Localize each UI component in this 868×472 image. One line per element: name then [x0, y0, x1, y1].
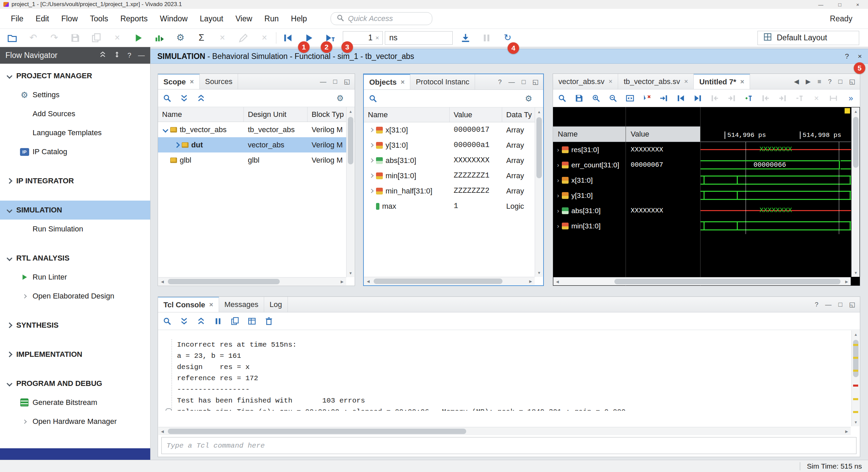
- minimize-icon[interactable]: —: [320, 78, 327, 85]
- scope-tab-scope[interactable]: Scope×: [158, 74, 200, 89]
- objects-tab-objects[interactable]: Objects×: [364, 74, 410, 89]
- wave-signal-x-31-0[interactable]: ›x[31:0]: [553, 172, 626, 188]
- edit-button[interactable]: [237, 31, 250, 45]
- column-header-design-unit[interactable]: Design Unit: [244, 107, 308, 122]
- help-icon[interactable]: ?: [845, 52, 849, 60]
- scope-row-glbl[interactable]: glblglblVerilog M: [158, 152, 347, 168]
- object-row-x-31-0[interactable]: x[31:0]00000017Array: [364, 122, 535, 138]
- flow-section-program-and-debug[interactable]: PROGRAM AND DEBUG: [0, 374, 150, 393]
- horizontal-scrollbar[interactable]: ◀ ▶: [158, 427, 851, 435]
- column-header-name[interactable]: Name: [158, 107, 244, 122]
- collapse-all-button[interactable]: [195, 93, 207, 104]
- float-icon[interactable]: ◱: [532, 78, 538, 86]
- scroll-down-icon[interactable]: ▼: [852, 269, 860, 277]
- delete-button[interactable]: ×: [111, 31, 124, 45]
- menu-icon[interactable]: ≡: [817, 78, 821, 85]
- scroll-down-icon[interactable]: ▼: [852, 418, 860, 426]
- flow-section-implementation[interactable]: IMPLEMENTATION: [0, 345, 150, 364]
- search-button[interactable]: [556, 93, 568, 104]
- menu-file[interactable]: File: [5, 14, 29, 23]
- scroll-left-icon[interactable]: ◀: [364, 277, 372, 285]
- search-button[interactable]: [367, 93, 379, 104]
- wave-value-header[interactable]: Value: [626, 126, 700, 142]
- close-icon[interactable]: ×: [740, 78, 744, 86]
- flow-section-simulation[interactable]: SIMULATION: [0, 201, 150, 220]
- copy-button[interactable]: [229, 315, 241, 327]
- help-icon[interactable]: ?: [815, 301, 818, 308]
- collapse-all-button[interactable]: [195, 315, 207, 327]
- copy-button[interactable]: [90, 31, 103, 45]
- delete-button[interactable]: ×: [811, 93, 822, 104]
- chevron-right-icon[interactable]: [369, 189, 374, 193]
- step-button[interactable]: [459, 31, 472, 45]
- zoom-out-button[interactable]: [607, 93, 619, 104]
- flow-item-ip-catalog[interactable]: IPIP Catalog: [0, 142, 150, 161]
- close-icon[interactable]: ×: [684, 78, 688, 85]
- cancel-button[interactable]: ×: [216, 31, 229, 45]
- menu-edit[interactable]: Edit: [29, 14, 55, 23]
- scroll-up-icon[interactable]: ▲: [852, 330, 860, 338]
- minimize-icon[interactable]: —: [825, 301, 832, 308]
- expand-all-button[interactable]: [178, 93, 190, 104]
- tcl-command-input-box[interactable]: [161, 437, 856, 454]
- chevron-right-icon[interactable]: [369, 128, 374, 132]
- horizontal-scrollbar[interactable]: ◀ ▶: [553, 277, 851, 285]
- vertical-scrollbar[interactable]: ▲ ▼: [535, 108, 543, 277]
- swap-next-button[interactable]: [726, 93, 737, 104]
- window-close-button[interactable]: ×: [856, 2, 859, 7]
- redo-button[interactable]: ↷: [47, 31, 61, 45]
- tcl-tab-tcl-console[interactable]: Tcl Console×: [158, 297, 219, 312]
- collapse-all-icon[interactable]: [99, 51, 106, 60]
- scroll-right-icon[interactable]: ▶: [338, 278, 346, 286]
- clear-button[interactable]: [263, 315, 275, 327]
- flow-item-open-elaborated-design[interactable]: Open Elaborated Design: [0, 287, 150, 306]
- minimize-icon[interactable]: —: [138, 52, 145, 59]
- scroll-left-icon[interactable]: ◀: [158, 427, 166, 435]
- flow-item-generate-bitstream[interactable]: Generate Bitstream: [0, 393, 150, 412]
- restart-simulation-button[interactable]: [281, 31, 295, 45]
- chevron-right-icon[interactable]: ›: [554, 146, 562, 153]
- maximize-icon[interactable]: □: [839, 301, 842, 308]
- scope-row-dut[interactable]: dutvector_absVerilog M: [158, 137, 347, 152]
- chevron-right-icon[interactable]: ›: [554, 207, 562, 214]
- wave-plot[interactable]: 514,996 ps514,998 ps XXXXXXXX00000066XXX…: [701, 107, 851, 286]
- quick-access-input[interactable]: [348, 14, 427, 23]
- scroll-right-icon[interactable]: ▶: [843, 278, 851, 286]
- object-row-y-31-0[interactable]: y[31:0]000000a1Array: [364, 138, 535, 153]
- chevron-right-icon[interactable]: [174, 142, 180, 148]
- zoom-fit-button[interactable]: [624, 93, 636, 104]
- open-project-button[interactable]: [5, 31, 19, 45]
- wave-tab-untitled-7[interactable]: Untitled 7*×: [694, 74, 750, 89]
- quick-access-search[interactable]: [331, 12, 432, 25]
- tcl-tab-messages[interactable]: Messages: [219, 297, 264, 312]
- vertical-scrollbar[interactable]: ▲ ▼: [851, 107, 860, 277]
- gear-icon[interactable]: ⚙: [334, 93, 346, 104]
- remove-marker-button[interactable]: [794, 93, 805, 104]
- flow-item-language-templates[interactable]: Language Templates: [0, 123, 150, 142]
- scroll-right-icon[interactable]: ▶: [527, 277, 535, 285]
- chevron-right-icon[interactable]: [369, 173, 374, 178]
- next-tab-icon[interactable]: ▶: [806, 78, 811, 85]
- menu-reports[interactable]: Reports: [114, 14, 154, 23]
- wave-tab-tb-vector-abs-sv[interactable]: tb_vector_abs.sv×: [618, 74, 694, 89]
- wave-tab-vector-abs-sv[interactable]: vector_abs.sv×: [553, 74, 618, 89]
- menu-flow[interactable]: Flow: [55, 14, 84, 23]
- undo-button[interactable]: ↶: [26, 31, 40, 45]
- chevron-right-icon[interactable]: ›: [554, 161, 562, 169]
- zoom-in-button[interactable]: [590, 93, 602, 104]
- scroll-up-icon[interactable]: ▲: [852, 107, 860, 116]
- pause-output-button[interactable]: [212, 315, 224, 327]
- maximize-icon[interactable]: □: [839, 78, 842, 85]
- help-icon[interactable]: ?: [498, 78, 502, 86]
- column-header-block-typ[interactable]: Block Typ: [308, 107, 347, 122]
- flow-section-ip-integrator[interactable]: IP INTEGRATOR: [0, 171, 150, 190]
- settings-button[interactable]: ⚙: [174, 31, 187, 45]
- object-row-abs-31-0[interactable]: abs[31:0]XXXXXXXXArray: [364, 153, 535, 168]
- objects-tab-protocol-instanc[interactable]: Protocol Instanc: [410, 74, 475, 89]
- wave-name-header[interactable]: Name: [553, 126, 626, 142]
- launch-runs-button[interactable]: [153, 31, 166, 45]
- vertical-scrollbar[interactable]: ▲ ▼: [851, 330, 860, 426]
- float-icon[interactable]: ◱: [849, 78, 855, 85]
- float-icon[interactable]: ◱: [849, 301, 855, 308]
- chevron-down-icon[interactable]: [163, 127, 169, 132]
